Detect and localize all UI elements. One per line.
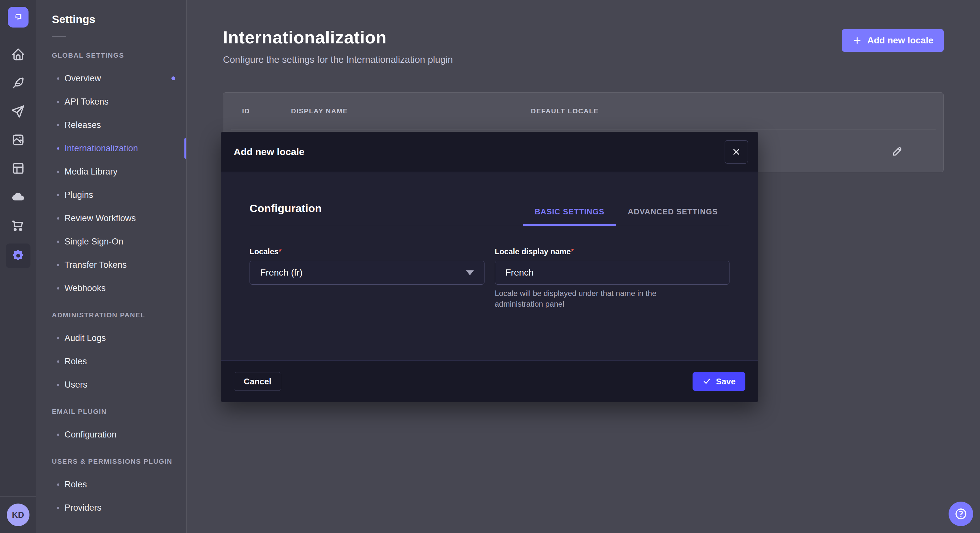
check-icon [702,377,711,386]
display-name-field: Locale display name* Locale will be disp… [495,247,730,309]
section-global-settings: GLOBAL SETTINGS [36,44,186,67]
sidebar-item-audit-logs[interactable]: Audit Logs [36,327,186,350]
sidebar-item-webhooks[interactable]: Webhooks [36,276,186,300]
column-id: ID [242,93,250,130]
bullet-dot [57,434,59,436]
bullet-dot [57,484,59,486]
tab-advanced-settings[interactable]: ADVANCED SETTINGS [616,207,730,226]
notification-dot [172,76,175,80]
sidebar-item-releases[interactable]: Releases [36,113,186,136]
settings-gear-icon[interactable] [6,244,30,268]
modal-fields: Locales* French (fr) Locale display name… [250,247,730,309]
cancel-button[interactable]: Cancel [234,372,281,391]
rail-icon-list [0,34,36,268]
required-asterisk: * [278,247,281,256]
section-email-plugin: EMAIL PLUGIN [36,400,186,423]
sidebar-item-label: Providers [65,503,102,513]
settings-sidebar-header: Settings [36,0,186,37]
add-new-locale-button[interactable]: Add new locale [842,29,944,52]
sidebar-item-media-library[interactable]: Media Library [36,160,186,183]
send-icon[interactable] [8,101,29,122]
home-icon[interactable] [8,44,29,65]
sidebar-item-label: Releases [65,120,101,130]
active-item-indicator [185,138,186,159]
page-header: Internationalization Configure the setti… [187,0,980,65]
sidebar-title: Settings [52,13,186,25]
sidebar-item-label: Media Library [65,167,118,177]
sidebar-item-label: Internationalization [65,143,138,154]
cloud-icon[interactable] [8,187,29,207]
strapi-logo[interactable] [8,7,29,27]
save-button[interactable]: Save [692,372,745,391]
logo-box [0,0,36,34]
sidebar-item-label: API Tokens [65,97,108,107]
sidebar-item-label: Roles [65,357,87,366]
bullet-dot [57,360,59,363]
sidebar-item-providers[interactable]: Providers [36,496,186,519]
sidebar-item-up-roles[interactable]: Roles [36,473,186,496]
chevron-down-icon [466,270,474,275]
sidebar-item-label: Plugins [65,190,93,200]
sidebar-item-single-sign-on[interactable]: Single Sign-On [36,230,186,253]
avatar[interactable]: KD [7,503,30,526]
sidebar-item-label: Transfer Tokens [65,260,127,270]
sidebar-item-plugins[interactable]: Plugins [36,183,186,206]
icon-rail: KD [0,0,36,533]
sidebar-item-internationalization[interactable]: Internationalization [36,136,186,160]
layout-icon[interactable] [8,158,29,179]
add-locale-modal: Add new locale Configuration BASIC SETTI… [221,132,758,402]
sidebar-item-transfer-tokens[interactable]: Transfer Tokens [36,253,186,276]
sidebar-item-label: Overview [65,73,101,84]
locales-field: Locales* French (fr) [250,247,485,309]
add-new-locale-label: Add new locale [867,35,933,46]
section-users-permissions-plugin: USERS & PERMISSIONS PLUGIN [36,450,186,473]
edit-pencil-icon[interactable] [888,142,907,160]
plus-icon [852,36,862,45]
sidebar-item-email-configuration[interactable]: Configuration [36,423,186,446]
bullet-dot [57,78,59,80]
sidebar-item-admin-roles[interactable]: Roles [36,350,186,373]
modal-header: Add new locale [221,132,758,172]
help-icon[interactable] [948,501,973,526]
display-name-label-text: Locale display name [495,247,571,256]
bullet-dot [57,194,59,196]
locales-select[interactable]: French (fr) [250,261,485,285]
locales-label-text: Locales [250,247,278,256]
display-name-label: Locale display name* [495,247,730,256]
bullet-dot [57,101,59,103]
save-label: Save [716,377,736,387]
sidebar-item-label: Single Sign-On [65,237,124,247]
sidebar-item-users[interactable]: Users [36,373,186,397]
display-name-input[interactable] [506,268,719,278]
sidebar-item-label: Audit Logs [65,333,106,343]
section-administration-panel: ADMINISTRATION PANEL [36,304,186,327]
strapi-logo-icon [12,11,24,23]
modal-footer: Cancel Save [221,360,758,402]
tab-basic-settings[interactable]: BASIC SETTINGS [523,207,616,226]
rail-user-area: KD [0,497,36,533]
bullet-dot [57,264,59,266]
sidebar-item-api-tokens[interactable]: API Tokens [36,90,186,113]
bullet-dot [57,507,59,509]
sidebar-item-overview[interactable]: Overview [36,67,186,90]
sidebar-item-review-workflows[interactable]: Review Workflows [36,206,186,230]
configuration-section-header: Configuration BASIC SETTINGS ADVANCED SE… [250,202,730,226]
display-name-hint: Locale will be displayed under that name… [495,288,696,309]
bullet-dot [57,148,59,150]
settings-tabs: BASIC SETTINGS ADVANCED SETTINGS [523,207,730,226]
close-icon[interactable] [725,140,748,163]
sidebar-item-label: Review Workflows [65,213,136,224]
locales-select-value: French (fr) [260,268,303,278]
cart-icon[interactable] [8,215,29,236]
display-name-input-wrap [495,261,730,285]
feather-icon[interactable] [8,73,29,93]
bullet-dot [57,384,59,386]
table-header-row: ID DISPLAY NAME DEFAULT LOCALE [223,93,943,130]
bullet-dot [57,217,59,219]
sidebar-title-rule [52,36,66,37]
modal-body: Configuration BASIC SETTINGS ADVANCED SE… [221,172,758,360]
bullet-dot [57,241,59,243]
column-display-name: DISPLAY NAME [291,93,348,130]
media-icon[interactable] [8,130,29,150]
sidebar-item-label: Configuration [65,430,117,440]
